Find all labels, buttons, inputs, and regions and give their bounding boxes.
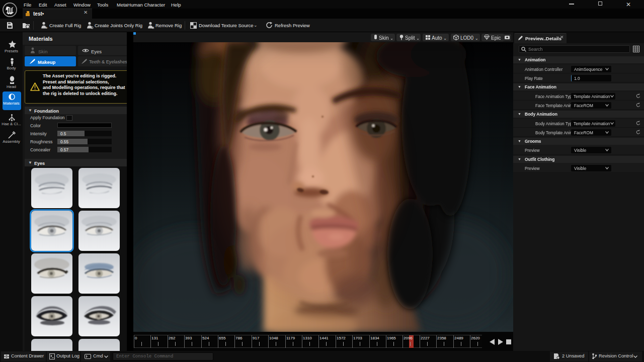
svg-text:+: +	[45, 26, 48, 29]
